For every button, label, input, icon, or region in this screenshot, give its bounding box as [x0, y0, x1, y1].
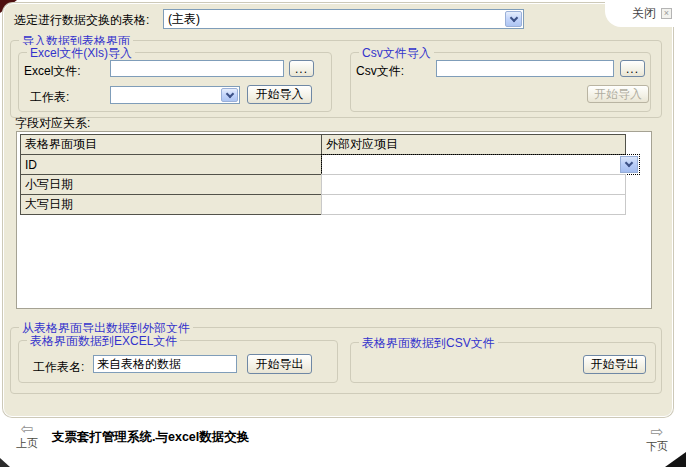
grid-row-mapping-cell[interactable]	[321, 194, 626, 215]
table-select-combobox[interactable]: (主表)	[163, 9, 524, 29]
excel-export-group-title: 表格界面数据到EXCEL文件	[27, 333, 180, 350]
close-tab: 关闭 ×	[605, 0, 686, 27]
excel-import-start-button[interactable]: 开始导入	[247, 85, 312, 104]
prev-page-link[interactable]: ⇦ 上页	[10, 422, 44, 451]
worksheet-dropdown-icon[interactable]	[221, 88, 238, 102]
excel-file-input[interactable]	[110, 60, 284, 77]
prev-page-label: 上页	[16, 437, 38, 449]
sheet-name-label: 工作表名:	[33, 359, 84, 376]
csv-file-label: Csv文件:	[356, 63, 404, 80]
prev-page-icon[interactable]: ⇦	[10, 422, 44, 436]
next-page-link[interactable]: ⇨ 下页	[640, 425, 674, 454]
mapping-section-label: 字段对应关系:	[15, 115, 90, 132]
mapping-grid: 表格界面项目 外部对应项目 ID 小写日期 大写日期	[16, 131, 652, 309]
worksheet-label: 工作表:	[30, 89, 69, 106]
excel-file-label: Excel文件:	[24, 63, 81, 80]
worksheet-value	[111, 94, 220, 96]
grid-row-field[interactable]: 大写日期	[20, 194, 322, 215]
csv-export-group-title: 表格界面数据到CSV文件	[359, 335, 498, 352]
next-page-label: 下页	[646, 440, 668, 452]
next-page-icon[interactable]: ⇨	[640, 425, 674, 439]
close-button[interactable]: 关闭	[632, 5, 656, 22]
grid-row-mapping-cell[interactable]	[321, 174, 626, 195]
grid-header-field: 表格界面项目	[20, 134, 322, 155]
status-text: 支票套打管理系统.与excel数据交换	[52, 429, 249, 446]
sheet-name-input[interactable]	[93, 355, 237, 373]
page-curl-bottom-left	[0, 458, 10, 467]
grid-mapping-dropdown-icon[interactable]	[620, 156, 638, 173]
excel-export-start-button[interactable]: 开始导出	[247, 354, 312, 374]
page-curl-bottom-right	[665, 452, 686, 467]
csv-file-input[interactable]	[436, 60, 614, 77]
table-select-value: (主表)	[164, 10, 504, 29]
grid-row-field[interactable]: 小写日期	[20, 174, 322, 195]
csv-browse-button[interactable]: ...	[620, 60, 645, 77]
grid-header-mapped: 外部对应项目	[321, 134, 626, 155]
grid-row-mapping-combobox[interactable]	[322, 155, 639, 174]
table-select-dropdown-icon[interactable]	[505, 11, 522, 27]
worksheet-combobox[interactable]	[110, 86, 240, 104]
csv-import-group-title: Csv文件导入	[359, 45, 434, 62]
grid-row-field[interactable]: ID	[20, 154, 322, 175]
csv-export-start-button[interactable]: 开始导出	[583, 355, 646, 374]
close-icon[interactable]: ×	[661, 8, 672, 19]
excel-browse-button[interactable]: ...	[289, 60, 314, 77]
csv-import-start-button: 开始导入	[587, 85, 649, 103]
table-select-label: 选定进行数据交换的表格:	[14, 12, 149, 29]
